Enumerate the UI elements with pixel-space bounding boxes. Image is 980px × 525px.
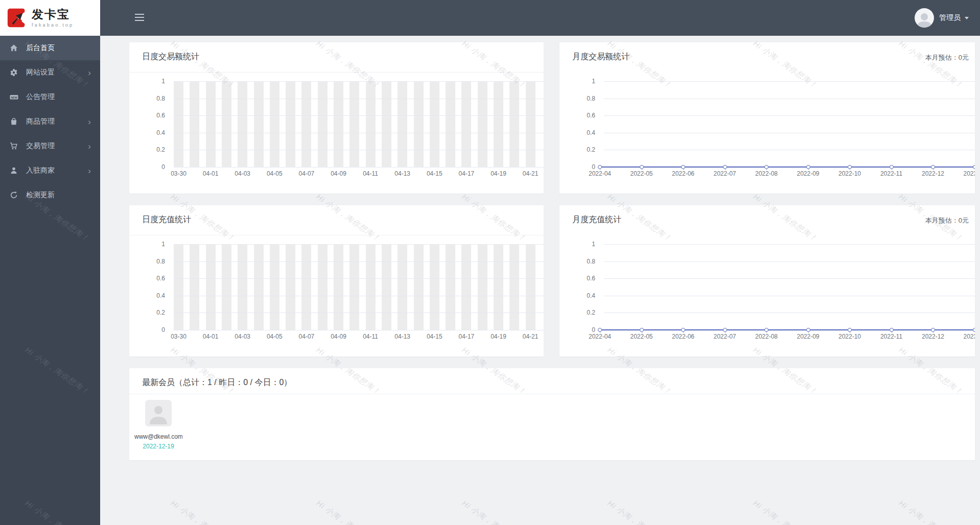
- y-axis-label: 0.6: [129, 112, 165, 119]
- x-axis-label: 2022-10: [832, 333, 867, 340]
- y-axis-label: 0.6: [559, 112, 595, 119]
- bar-background-stripe: [398, 244, 407, 330]
- y-axis-label: 0.8: [559, 258, 595, 265]
- brand-domain: fakabao.top: [32, 22, 74, 28]
- bar-background-stripe: [382, 81, 391, 167]
- x-axis-label: 04-09: [321, 333, 356, 340]
- bar-background-stripe: [334, 81, 343, 167]
- bar-background-stripe: [301, 81, 311, 167]
- gridline: [604, 115, 975, 116]
- user-menu[interactable]: 管理员: [915, 0, 969, 36]
- data-point-marker: [723, 165, 727, 169]
- bar-background-stripe: [238, 244, 247, 330]
- gridline: [604, 296, 975, 296]
- daily-recharge-card: 10.80.60.40.2003-3004-0104-0304-0504-070…: [129, 205, 544, 356]
- x-axis-label: 04-01: [193, 170, 228, 177]
- bar-background-stripe: [478, 244, 487, 330]
- x-axis-label: 2022-06: [666, 333, 701, 340]
- sidebar-item-label: 检测更新: [26, 190, 91, 200]
- chevron-right-icon: ›: [88, 166, 91, 175]
- monthly-recharge-chart: 10.80.60.40.202022-042022-052022-062022-…: [559, 205, 975, 356]
- sidebar-item-check-update[interactable]: 检测更新: [0, 183, 100, 207]
- sidebar-item-label: 网站设置: [26, 68, 88, 77]
- bar-background-stripe: [222, 81, 231, 167]
- sidebar-item-merchants[interactable]: 入驻商家›: [0, 158, 100, 183]
- gridline: [174, 81, 544, 82]
- gridline: [174, 244, 544, 245]
- y-axis-label: 0.8: [129, 258, 165, 265]
- member-join-date: 2022-12-19: [134, 443, 182, 450]
- y-axis-label: 0: [559, 326, 595, 333]
- gear-icon: [9, 68, 18, 77]
- x-axis-label: 2022-10: [832, 170, 867, 177]
- divider: [129, 235, 544, 235]
- sidebar-item-trades[interactable]: 交易管理›: [0, 134, 100, 158]
- gridline: [604, 278, 975, 279]
- monthly-recharge-card: 10.80.60.40.202022-042022-052022-062022-…: [559, 205, 975, 356]
- data-point-marker: [806, 328, 810, 332]
- bar-background-stripe: [509, 81, 519, 167]
- bar-background-stripe: [254, 81, 264, 167]
- daily-trade-card: 10.80.60.40.2003-3004-0104-0304-0504-070…: [129, 42, 544, 194]
- merchant-icon: [9, 166, 18, 175]
- sidebar-toggle-icon[interactable]: [135, 14, 144, 21]
- data-point-marker: [681, 165, 685, 169]
- data-point-marker: [598, 328, 602, 332]
- data-point-marker: [640, 165, 644, 169]
- divider: [129, 72, 544, 73]
- y-axis-label: 0.6: [559, 275, 595, 282]
- gridline: [174, 296, 544, 296]
- caret-down-icon: [965, 17, 969, 19]
- x-axis-label: 04-05: [257, 170, 292, 177]
- x-axis-label: 04-19: [481, 170, 516, 177]
- gridline: [174, 115, 544, 116]
- x-axis-label: 04-19: [481, 333, 516, 340]
- x-axis-label: 2022-09: [791, 333, 826, 340]
- gridline: [174, 261, 544, 262]
- bar-background-stripe: [318, 244, 328, 330]
- gridline: [604, 313, 975, 313]
- daily-recharge-chart: 10.80.60.40.2003-3004-0104-0304-0504-070…: [129, 205, 544, 356]
- x-axis-label: 04-07: [289, 333, 324, 340]
- data-point-marker: [931, 328, 935, 332]
- update-icon: [9, 191, 18, 199]
- data-line: [600, 329, 975, 330]
- brand[interactable]: 发卡宝 fakabao.top: [0, 0, 100, 36]
- main-content: 10.80.60.40.2003-3004-0104-0304-0504-070…: [100, 36, 980, 525]
- sidebar-item-announcements[interactable]: NEW公告管理: [0, 85, 100, 109]
- x-axis-label: 2022-09: [791, 170, 826, 177]
- divider: [129, 394, 975, 394]
- x-axis-label: 2022-08: [749, 170, 784, 177]
- bar-background-stripe: [398, 81, 407, 167]
- y-axis-label: 0.4: [559, 292, 595, 299]
- y-axis-label: 1: [129, 241, 165, 248]
- x-axis-label: 04-13: [385, 170, 420, 177]
- bar-background-stripe: [446, 81, 455, 167]
- data-point-marker: [598, 165, 602, 169]
- x-axis-label: 03-30: [161, 170, 196, 177]
- x-axis-label: 04-03: [225, 170, 260, 177]
- home-icon: [9, 44, 18, 52]
- x-axis-label: 03-30: [161, 333, 196, 340]
- member-email: www@dkewl.com: [134, 433, 182, 440]
- x-axis-label: 04-21: [513, 170, 544, 177]
- sidebar-item-home[interactable]: 后台首页: [0, 36, 100, 60]
- x-axis-label: 04-01: [193, 333, 228, 340]
- y-axis-label: 0.2: [559, 309, 595, 316]
- x-axis-label: 04-13: [385, 333, 420, 340]
- y-axis-label: 0: [559, 163, 595, 171]
- data-point-marker: [640, 328, 644, 332]
- y-axis-label: 0.4: [129, 129, 165, 136]
- bar-background-stripe: [494, 244, 503, 330]
- y-axis-label: 0.2: [129, 146, 165, 153]
- y-axis-label: 0.2: [129, 309, 165, 316]
- x-axis-label: 04-11: [353, 170, 388, 177]
- sidebar-item-site-settings[interactable]: 网站设置›: [0, 60, 100, 85]
- sidebar-item-products[interactable]: 商品管理›: [0, 109, 100, 134]
- y-axis-label: 1: [559, 78, 595, 85]
- data-point-marker: [931, 165, 935, 169]
- chevron-right-icon: ›: [88, 68, 91, 77]
- bar-background-stripe: [366, 244, 376, 330]
- x-axis-label: 04-15: [417, 333, 452, 340]
- user-avatar: [915, 8, 934, 28]
